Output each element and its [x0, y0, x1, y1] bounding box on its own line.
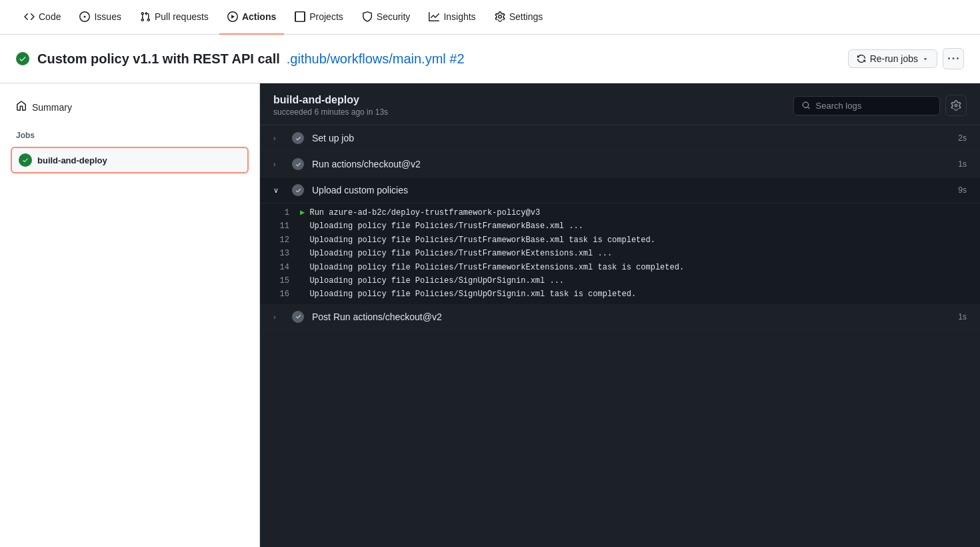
nav-projects[interactable]: Projects — [287, 0, 351, 35]
log-line-number: 16 — [260, 288, 300, 301]
step-duration-checkout: 1s — [958, 159, 967, 169]
step-status-setup — [292, 132, 304, 144]
step-name-checkout: Run actions/checkout@v2 — [312, 159, 950, 169]
issues-icon — [79, 11, 90, 22]
step-setup-job[interactable]: › Set up job 2s — [260, 125, 980, 151]
log-panel: build-and-deploy succeeded 6 minutes ago… — [260, 83, 980, 547]
step-name-setup: Set up job — [312, 133, 950, 143]
page-header: Custom policy v1.1 with REST API call .g… — [0, 35, 980, 83]
log-line: 12 Uploading policy file Policies/TrustF… — [260, 233, 980, 247]
panel-header: build-and-deploy succeeded 6 minutes ago… — [260, 83, 980, 125]
pr-icon — [140, 11, 151, 22]
job-name-label: build-and-deploy — [37, 155, 107, 165]
nav-code-label: Code — [39, 11, 61, 22]
nav-actions-label: Actions — [242, 11, 276, 22]
job-status-icon — [19, 153, 32, 167]
log-line: 14 Uploading policy file Policies/TrustF… — [260, 261, 980, 274]
nav-settings[interactable]: Settings — [487, 0, 551, 35]
steps-list: › Set up job 2s › Run actions/checkout@v… — [260, 125, 980, 547]
workflow-status-icon — [16, 52, 29, 65]
step-chevron-upload: ∨ — [273, 186, 284, 195]
settings-icon — [495, 11, 505, 22]
log-line-number: 14 — [260, 261, 300, 274]
nav-pull-requests[interactable]: Pull requests — [132, 0, 217, 35]
search-logs-input[interactable] — [816, 101, 931, 111]
nav-issues-label: Issues — [94, 11, 121, 22]
sidebar: Summary Jobs build-and-deploy — [0, 83, 260, 547]
step-status-post — [292, 311, 304, 323]
log-line-number: 12 — [260, 233, 300, 247]
log-line-content: Uploading policy file Policies/SignUpOrS… — [300, 288, 967, 301]
step-chevron-post: › — [273, 313, 284, 321]
sidebar-summary[interactable]: Summary — [11, 97, 249, 117]
step-duration-post: 1s — [958, 312, 967, 322]
rerun-jobs-button[interactable]: Re-run jobs — [848, 49, 937, 68]
step-duration-setup: 2s — [958, 133, 967, 143]
log-line-content: Uploading policy file Policies/TrustFram… — [300, 233, 967, 247]
log-line-number: 13 — [260, 247, 300, 260]
log-settings-button[interactable] — [945, 95, 967, 116]
log-line-content: Uploading policy file Policies/TrustFram… — [300, 261, 967, 274]
step-status-checkout — [292, 158, 304, 170]
nav-insights[interactable]: Insights — [421, 0, 483, 35]
panel-controls — [793, 95, 967, 116]
step-post-checkout[interactable]: › Post Run actions/checkout@v2 1s — [260, 304, 980, 330]
nav-code[interactable]: Code — [16, 0, 69, 35]
nav-insights-label: Insights — [443, 11, 475, 22]
main-layout: Summary Jobs build-and-deploy build-and-… — [0, 83, 980, 547]
nav-pr-label: Pull requests — [155, 11, 209, 22]
jobs-section-label: Jobs — [11, 128, 249, 143]
log-line-content: Uploading policy file Policies/TrustFram… — [300, 219, 967, 233]
log-line: 15 Uploading policy file Policies/SignUp… — [260, 274, 980, 288]
rerun-label: Re-run jobs — [870, 53, 918, 64]
log-line: 13 Uploading policy file Policies/TrustF… — [260, 247, 980, 260]
nav-projects-label: Projects — [309, 11, 343, 22]
insights-icon — [429, 11, 439, 22]
log-line: 1▶ Run azure-ad-b2c/deploy-trustframewor… — [260, 206, 980, 219]
log-line-number: 15 — [260, 274, 300, 288]
step-name-post: Post Run actions/checkout@v2 — [312, 312, 950, 322]
panel-job-name: build-and-deploy — [273, 94, 388, 106]
step-duration-upload: 9s — [958, 185, 967, 195]
page-title: Custom policy v1.1 with REST API call .g… — [37, 51, 840, 67]
log-line-content: ▶ Run azure-ad-b2c/deploy-trustframework… — [300, 206, 967, 219]
code-icon — [24, 11, 35, 22]
step-checkout[interactable]: › Run actions/checkout@v2 1s — [260, 151, 980, 177]
security-icon — [362, 11, 373, 22]
panel-title-area: build-and-deploy succeeded 6 minutes ago… — [273, 94, 388, 117]
step-chevron-setup: › — [273, 134, 284, 142]
home-icon — [16, 101, 27, 113]
more-options-button[interactable] — [943, 48, 964, 69]
nav-issues[interactable]: Issues — [71, 0, 129, 35]
step-status-upload — [292, 184, 304, 196]
nav-settings-label: Settings — [509, 11, 543, 22]
header-actions: Re-run jobs — [848, 48, 964, 69]
log-line-number: 11 — [260, 219, 300, 233]
nav-security[interactable]: Security — [354, 0, 419, 35]
projects-icon — [295, 11, 305, 22]
search-logs-container[interactable] — [793, 96, 940, 115]
log-line-content: Uploading policy file Policies/SignUpOrS… — [300, 274, 967, 288]
step-upload-policies[interactable]: ∨ Upload custom policies 9s — [260, 177, 980, 203]
actions-icon — [227, 11, 238, 22]
sidebar-job-build-and-deploy[interactable]: build-and-deploy — [11, 147, 249, 173]
log-line-number: 1 — [260, 206, 300, 219]
summary-label: Summary — [32, 102, 72, 113]
log-line-content: Uploading policy file Policies/TrustFram… — [300, 247, 967, 260]
step-name-upload: Upload custom policies — [312, 185, 950, 195]
log-line: 16 Uploading policy file Policies/SignUp… — [260, 288, 980, 301]
log-output: 1▶ Run azure-ad-b2c/deploy-trustframewor… — [260, 203, 980, 304]
step-chevron-checkout: › — [273, 160, 284, 168]
workflow-title: Custom policy v1.1 with REST API call — [37, 51, 280, 67]
run-arrow-icon: ▶ — [300, 208, 305, 217]
nav-security-label: Security — [377, 11, 411, 22]
nav-actions[interactable]: Actions — [219, 0, 284, 35]
log-line: 11 Uploading policy file Policies/TrustF… — [260, 219, 980, 233]
workflow-path: .github/workflows/main.yml #2 — [287, 51, 465, 67]
top-nav: Code Issues Pull requests Actions Projec… — [0, 0, 980, 35]
panel-job-subtitle: succeeded 6 minutes ago in 13s — [273, 107, 388, 117]
